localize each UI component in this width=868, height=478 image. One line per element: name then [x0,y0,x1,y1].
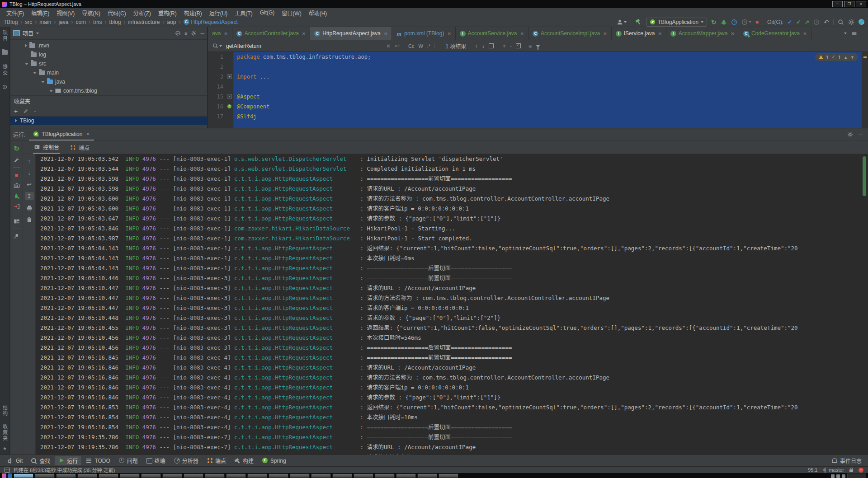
editor-tab[interactable]: AccountController.java ✕ [232,27,310,40]
taskbar-app-icon[interactable] [8,473,12,478]
taskbar-window-button[interactable] [311,473,331,478]
words-toggle[interactable]: W [418,43,423,49]
rerun-button[interactable]: ↻ [711,19,717,26]
stripe-tab-project[interactable]: 项目 [1,30,9,42]
chevron-down-icon[interactable]: ▼ [850,55,854,60]
run-tab[interactable]: TBlogApplication ✕ [29,128,94,141]
editor-tab[interactable]: pom.xml (TBlog) ✕ [392,27,455,40]
close-icon[interactable]: ✕ [86,131,90,136]
taskbar-window-button[interactable] [439,473,458,478]
menu-item[interactable]: 运行(U) [206,9,231,17]
minimize-tool-window-icon[interactable]: ─ [859,131,863,138]
menu-item[interactable]: 重构(R) [155,9,180,17]
editor-tab[interactable]: IService.java ✕ [612,27,666,40]
stripe-tab-commit[interactable]: 提交 [1,64,9,76]
inspection-widget[interactable]: 1 ✓ 1 ▲ ▼ [815,53,858,61]
warning-stripe-mark[interactable] [863,56,867,58]
tray-icon[interactable] [831,474,835,478]
up-stack-trace-icon[interactable]: ↑ [25,157,34,165]
thread-dump-camera-icon[interactable] [14,183,20,189]
taskbar-window-button[interactable] [77,473,97,478]
newline-icon[interactable]: ↩ [395,42,400,49]
caret-position[interactable]: 95:1 [808,467,817,473]
close-icon[interactable]: ✕ [731,31,735,36]
breadcrumb-class-item[interactable]: HttpRequestAspect [184,19,238,25]
taskbar-window-button[interactable] [99,473,118,478]
tab-endpoints[interactable]: 端点 [69,141,90,154]
notification-badge[interactable]: ! [859,468,863,473]
git-update-button[interactable]: ✓ [788,19,792,25]
code-with-me-icon[interactable] [859,19,864,25]
tool-window-button[interactable]: 分析器 [170,456,202,465]
taskbar-window-button[interactable] [247,473,267,478]
search-icon[interactable] [212,43,222,49]
maximize-button[interactable]: ❐ [844,1,854,7]
select-all-occurrences-icon[interactable] [489,43,494,48]
restore-layout-icon[interactable] [14,218,20,225]
locate-file-icon[interactable] [175,30,181,36]
search-everywhere-icon[interactable] [838,19,844,25]
editor-error-stripe[interactable] [862,52,868,128]
minimize-button[interactable]: ─ [832,1,843,7]
run-configuration-select[interactable]: TBlogApplication [646,18,707,27]
close-icon[interactable]: ✕ [603,31,607,36]
spring-bean-gutter-icon[interactable] [227,104,231,108]
settings-gear-icon[interactable] [848,19,854,25]
search-input[interactable]: getAfterReturn [226,43,382,49]
stripe-tab-structure[interactable]: 结构 [1,405,9,417]
code-editor[interactable]: 1 package com.tms.tblog.infrastructure.a… [208,52,868,128]
stop-button[interactable]: ■ [755,19,759,25]
breadcrumb-item[interactable]: tms [93,19,109,25]
next-occurrence-icon[interactable]: ↓ [482,42,485,49]
menu-item[interactable]: 窗口(W) [278,9,305,17]
taskbar-window-button[interactable] [56,473,76,478]
add-occurrence-icon[interactable]: + [502,42,506,49]
taskbar-window-button[interactable] [184,473,203,478]
close-icon[interactable]: ✕ [520,31,524,36]
user-profile-icon[interactable] [617,19,627,25]
debug-button[interactable] [721,19,727,25]
close-icon[interactable]: ✕ [224,31,227,36]
project-panel-title[interactable]: 项目 [23,29,33,37]
chevron-down-icon[interactable] [36,33,39,34]
pin-icon[interactable] [14,233,19,239]
status-message[interactable]: 构建在 8秒383毫秒 中成功完成 (35 分钟 之前) [14,466,115,473]
tool-window-button[interactable]: 运行 [55,456,81,465]
tray-icon[interactable] [836,474,840,478]
fold-toggle-icon[interactable]: - [227,94,232,99]
taskbar-window-button[interactable] [417,473,437,478]
project-tree-item[interactable]: .mvn [10,41,207,50]
edit-favorite-icon[interactable] [23,108,28,114]
taskbar-window-button[interactable] [226,473,246,478]
scroll-to-end-icon[interactable]: ↧ [25,192,34,200]
lock-icon[interactable] [849,469,853,472]
breadcrumb-item[interactable]: TBlog [4,19,25,25]
fold-toggle-icon[interactable]: + [227,74,232,79]
breadcrumb-item[interactable]: main [39,19,58,25]
taskbar-idea-icon[interactable] [2,473,6,478]
tray-icon[interactable] [842,474,845,478]
tool-window-button[interactable]: TODO [82,456,113,465]
menu-item[interactable]: 代码(C) [104,9,130,17]
locate-target-icon[interactable] [2,84,8,90]
taskbar-window-button[interactable] [396,473,416,478]
taskbar-window-button[interactable] [205,473,225,478]
editor-tab[interactable]: AccountMapper.java ✕ [666,27,739,40]
menu-item[interactable]: 导航(N) [78,9,104,17]
close-icon[interactable]: ✕ [658,31,661,36]
taskbar-active-window-button[interactable] [14,473,33,478]
taskbar-window-button[interactable] [332,473,352,478]
tool-window-button[interactable]: 端点 [203,456,230,465]
git-history-icon[interactable] [813,19,820,25]
taskbar-window-button[interactable] [290,473,310,478]
exit-icon[interactable] [14,203,20,210]
breadcrumb-item[interactable]: com [75,19,93,25]
menu-item[interactable]: Git(G) [256,9,278,16]
build-hammer-icon[interactable] [635,19,642,25]
wrench-icon[interactable] [14,157,20,163]
menu-item[interactable]: 视图(V) [53,9,78,17]
chevron-up-icon[interactable]: ▲ [844,55,848,60]
tool-window-button[interactable]: 查找 [27,456,54,465]
previous-occurrence-icon[interactable]: ↑ [475,42,478,49]
project-tree-item[interactable]: java [10,77,207,86]
